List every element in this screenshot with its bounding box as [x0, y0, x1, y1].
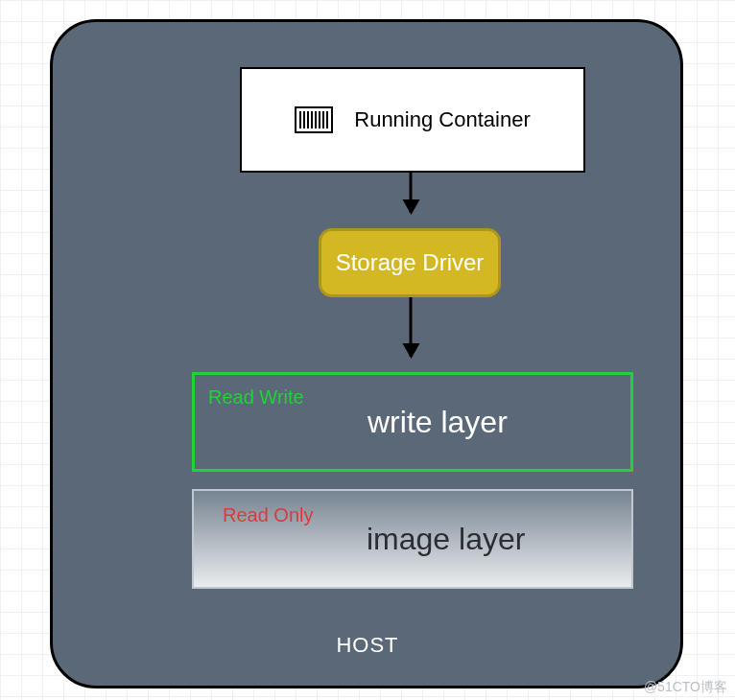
host-label: HOST	[336, 633, 398, 658]
write-layer-tag: Read Write	[208, 386, 304, 408]
image-layer-box: Read Only image layer	[192, 489, 633, 589]
image-layer-tag: Read Only	[223, 504, 314, 526]
write-layer-label: write layer	[368, 405, 508, 440]
write-layer-box: Read Write write layer	[192, 372, 633, 472]
running-container-box: Running Container	[240, 67, 585, 173]
storage-driver-label: Storage Driver	[336, 249, 485, 276]
arrow-driver-to-layer	[410, 297, 413, 357]
watermark: @51CTO博客	[644, 679, 727, 696]
running-container-label: Running Container	[354, 107, 530, 132]
container-icon	[295, 106, 333, 133]
storage-driver-box: Storage Driver	[319, 228, 501, 297]
image-layer-label: image layer	[367, 522, 525, 557]
arrow-container-to-driver	[410, 173, 413, 213]
